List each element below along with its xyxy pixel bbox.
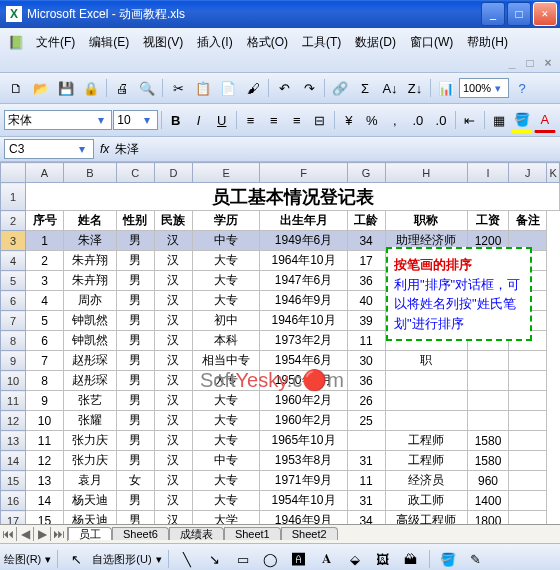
data-cell[interactable]: 1949年6月: [260, 231, 347, 251]
data-cell[interactable]: 汉: [154, 351, 192, 371]
col-header[interactable]: C: [116, 163, 154, 183]
open-icon[interactable]: 📂: [29, 76, 53, 100]
menu-file[interactable]: 文件(F): [30, 32, 81, 53]
data-cell[interactable]: 男: [116, 411, 154, 431]
sheet-tab[interactable]: 员工: [68, 527, 112, 540]
data-cell[interactable]: 11: [347, 331, 385, 351]
data-cell[interactable]: 男: [116, 431, 154, 451]
data-cell[interactable]: 大专: [192, 411, 260, 431]
borders-icon[interactable]: ▦: [488, 108, 510, 132]
name-box[interactable]: C3▾: [4, 139, 94, 159]
header-cell[interactable]: 序号: [26, 211, 64, 231]
data-cell[interactable]: 1950年2月: [260, 371, 347, 391]
data-cell[interactable]: 赵彤琛: [64, 351, 117, 371]
data-cell[interactable]: 杨天迪: [64, 511, 117, 525]
currency-icon[interactable]: ¥: [338, 108, 360, 132]
format-painter-icon[interactable]: 🖌: [241, 76, 265, 100]
data-cell[interactable]: [467, 411, 508, 431]
data-cell[interactable]: 男: [116, 271, 154, 291]
wb-close-button[interactable]: ×: [540, 56, 556, 70]
data-cell[interactable]: 袁月: [64, 471, 117, 491]
data-cell[interactable]: 3: [26, 271, 64, 291]
data-cell[interactable]: 初中: [192, 311, 260, 331]
col-header[interactable]: G: [347, 163, 385, 183]
data-cell[interactable]: 男: [116, 331, 154, 351]
col-header[interactable]: J: [509, 163, 547, 183]
row-header[interactable]: 2: [1, 211, 26, 231]
data-cell[interactable]: 36: [347, 371, 385, 391]
header-cell[interactable]: 职称: [385, 211, 467, 231]
data-cell[interactable]: 1946年9月: [260, 291, 347, 311]
col-header[interactable]: H: [385, 163, 467, 183]
cut-icon[interactable]: ✂: [166, 76, 190, 100]
data-cell[interactable]: 男: [116, 231, 154, 251]
data-cell[interactable]: 5: [26, 311, 64, 331]
line-icon[interactable]: ╲: [175, 547, 199, 570]
data-cell[interactable]: 张艺: [64, 391, 117, 411]
data-cell[interactable]: 男: [116, 491, 154, 511]
col-header[interactable]: B: [64, 163, 117, 183]
menu-insert[interactable]: 插入(I): [191, 32, 238, 53]
autosum-icon[interactable]: Σ: [353, 76, 377, 100]
font-color-icon[interactable]: A: [534, 107, 556, 133]
data-cell[interactable]: 汉: [154, 231, 192, 251]
data-cell[interactable]: 1580: [467, 451, 508, 471]
row-header[interactable]: 16: [1, 491, 26, 511]
wordart-icon[interactable]: 𝐀: [315, 547, 339, 570]
col-header[interactable]: D: [154, 163, 192, 183]
data-cell[interactable]: [509, 351, 547, 371]
fx-label[interactable]: fx: [100, 142, 109, 156]
formula-bar[interactable]: 朱泽: [115, 141, 556, 158]
data-cell[interactable]: [347, 431, 385, 451]
col-header[interactable]: A: [26, 163, 64, 183]
bold-icon[interactable]: B: [165, 108, 187, 132]
data-cell[interactable]: [385, 391, 467, 411]
sheet-tab[interactable]: 成绩表: [169, 527, 224, 540]
data-cell[interactable]: 杨天迪: [64, 491, 117, 511]
align-center-icon[interactable]: ≡: [263, 108, 285, 132]
row-header[interactable]: 10: [1, 371, 26, 391]
data-cell[interactable]: 本科: [192, 331, 260, 351]
row-header[interactable]: 15: [1, 471, 26, 491]
data-cell[interactable]: 大专: [192, 471, 260, 491]
data-cell[interactable]: 汉: [154, 291, 192, 311]
print-icon[interactable]: 🖨: [110, 76, 134, 100]
data-cell[interactable]: 4: [26, 291, 64, 311]
underline-icon[interactable]: U: [211, 108, 233, 132]
data-cell[interactable]: [467, 351, 508, 371]
row-header[interactable]: 7: [1, 311, 26, 331]
data-cell[interactable]: 大专: [192, 491, 260, 511]
textbox-icon[interactable]: 🅰: [287, 547, 311, 570]
data-cell[interactable]: 34: [347, 511, 385, 525]
paste-icon[interactable]: 📄: [216, 76, 240, 100]
data-cell[interactable]: 1964年10月: [260, 251, 347, 271]
data-cell[interactable]: 男: [116, 391, 154, 411]
menu-view[interactable]: 视图(V): [137, 32, 189, 53]
data-cell[interactable]: [467, 371, 508, 391]
data-cell[interactable]: 8: [26, 371, 64, 391]
header-cell[interactable]: 学历: [192, 211, 260, 231]
data-cell[interactable]: [509, 491, 547, 511]
wb-restore-button[interactable]: □: [522, 56, 538, 70]
data-cell[interactable]: 39: [347, 311, 385, 331]
data-cell[interactable]: [385, 371, 467, 391]
comma-icon[interactable]: ,: [384, 108, 406, 132]
minimize-button[interactable]: _: [481, 2, 505, 26]
data-cell[interactable]: 1954年6月: [260, 351, 347, 371]
data-cell[interactable]: [509, 431, 547, 451]
data-cell[interactable]: 大专: [192, 371, 260, 391]
data-cell[interactable]: 1947年6月: [260, 271, 347, 291]
sort-desc-icon[interactable]: Z↓: [403, 76, 427, 100]
data-cell[interactable]: 汉: [154, 391, 192, 411]
data-cell[interactable]: 汉: [154, 511, 192, 525]
data-cell[interactable]: 钟凯然: [64, 331, 117, 351]
line-color-icon[interactable]: ✎: [464, 547, 488, 570]
data-cell[interactable]: 男: [116, 451, 154, 471]
data-cell[interactable]: 34: [347, 231, 385, 251]
data-cell[interactable]: 汉: [154, 271, 192, 291]
data-cell[interactable]: 工程师: [385, 451, 467, 471]
tab-first-icon[interactable]: ⏮: [0, 527, 17, 541]
header-cell[interactable]: 工龄: [347, 211, 385, 231]
row-header[interactable]: 13: [1, 431, 26, 451]
data-cell[interactable]: 汉: [154, 311, 192, 331]
